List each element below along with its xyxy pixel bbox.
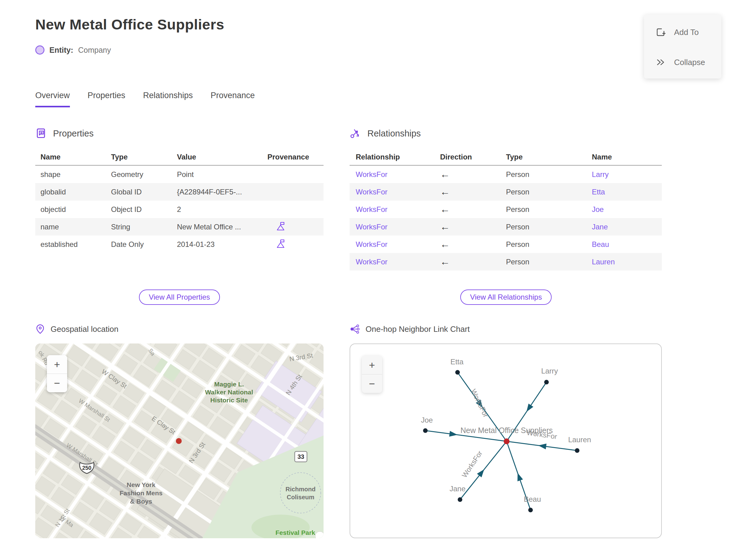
geospatial-section-title: Geospatial location [51,324,118,334]
entity-link[interactable]: Etta [592,188,662,196]
direction-arrow: ← [440,186,506,198]
poi-label: Historic Site [210,397,248,404]
chart-zoom-control: + − [362,356,382,393]
col-relationship: Relationship [356,153,440,161]
one-hop-link-chart[interactable]: WorksForWorksForWorksForEttaLarryJoeLaur… [350,343,662,538]
map-zoom-control: + − [47,355,67,392]
person-node[interactable] [575,448,580,453]
person-node[interactable] [455,370,460,375]
table-row: WorksFor ← Person Beau [350,236,662,253]
zoom-out-button[interactable]: − [47,374,67,392]
tab-properties[interactable]: Properties [88,91,125,107]
tab-overview[interactable]: Overview [35,91,70,107]
relationship-link[interactable]: WorksFor [356,240,440,249]
link-chart-icon [350,324,360,334]
poi-label: Richmond [286,486,316,493]
provenance-flag-icon[interactable] [276,221,285,231]
collapse-button[interactable]: Collapse [655,54,721,71]
zoom-in-button[interactable]: + [362,356,382,374]
center-node[interactable] [504,439,510,444]
col-name: Name [592,153,662,161]
edge-label: WorksFor [470,388,490,419]
relationship-link[interactable]: WorksFor [356,205,440,214]
collapse-label: Collapse [674,58,705,67]
direction-arrow: ← [440,221,506,232]
edge-arrowhead [527,404,533,412]
relationship-link[interactable]: WorksFor [356,188,440,196]
poi-label: Festival Park [275,529,315,536]
entity-link[interactable]: Joe [592,205,662,214]
relationship-link[interactable]: WorksFor [356,258,440,266]
relationships-table-header: Relationship Direction Type Name [350,149,662,166]
direction-arrow: ← [440,169,506,180]
person-node[interactable] [423,428,428,433]
add-to-label: Add To [674,28,699,37]
zoom-out-button[interactable]: − [362,374,382,393]
entity-link[interactable]: Jane [592,223,662,231]
node-label: Jane [450,485,466,493]
entity-link[interactable]: Beau [592,240,662,249]
direction-arrow: ← [440,204,506,215]
geospatial-map[interactable]: W Clay St W Marshall St W Marshall St W … [35,343,324,538]
add-to-icon [655,27,666,38]
table-row: shape Geometry Point [35,166,324,183]
entity-type-icon [35,45,44,55]
linkchart-section-header: One-hop Neighbor Link Chart [350,324,470,334]
person-node[interactable] [458,497,462,502]
add-to-button[interactable]: Add To [655,24,721,40]
chevrons-right-icon [655,57,666,68]
entity-label: Entity: [49,46,73,55]
relationship-link[interactable]: WorksFor [356,170,440,179]
edge-arrowhead [449,431,458,437]
poi-label: Fashion Mens [120,489,163,497]
map-canvas[interactable]: W Clay St W Marshall St W Marshall St W … [35,343,324,538]
actions-popover: Add To Collapse [644,15,721,79]
location-marker[interactable] [176,438,182,444]
geospatial-section-header: Geospatial location [35,324,118,334]
properties-table-header: Name Type Value Provenance [35,149,324,166]
person-node[interactable] [544,380,549,385]
table-row: established Date Only 2014-01-23 [35,236,324,253]
table-row: WorksFor ← Person Etta [350,183,662,201]
poi-label: Maggie L. [214,381,244,388]
table-row: WorksFor ← Person Lauren [350,253,662,270]
svg-text:250: 250 [82,465,91,471]
entity-link[interactable]: Lauren [592,258,662,266]
relationships-section-title: Relationships [367,128,421,139]
tab-relationships[interactable]: Relationships [143,91,193,107]
entity-link[interactable]: Larry [592,170,662,179]
entity-type-row: Entity: Company [35,45,111,55]
properties-section-header: Properties [35,128,94,139]
page-title: New Metal Office Suppliers [35,16,224,33]
zoom-in-button[interactable]: + [47,355,67,374]
link-chart-canvas[interactable]: WorksForWorksForWorksForEttaLarryJoeLaur… [350,344,661,538]
linkchart-section-title: One-hop Neighbor Link Chart [366,324,470,334]
center-node-label: New Metal Office Suppliers [460,426,553,435]
edge-arrowhead [517,473,523,481]
table-row: WorksFor ← Person Joe [350,201,662,218]
col-name: Name [40,153,111,161]
properties-icon [35,128,47,139]
view-all-relationships-button[interactable]: View All Relationships [460,290,552,305]
relationship-link[interactable]: WorksFor [356,223,440,231]
poi-label: Walker National [205,389,253,396]
node-label: Larry [541,367,558,375]
col-provenance: Provenance [267,153,324,161]
properties-section-title: Properties [53,128,94,139]
relationships-table: Relationship Direction Type Name WorksFo… [350,149,662,270]
relationships-icon [350,128,361,139]
poi-label: Coliseum [287,494,314,501]
col-value: Value [177,153,267,161]
provenance-flag-icon[interactable] [276,239,285,248]
view-all-properties-button[interactable]: View All Properties [139,290,220,305]
direction-arrow: ← [440,239,506,250]
poi-label: New York [127,481,155,488]
direction-arrow: ← [440,256,506,267]
tab-provenance[interactable]: Provenance [211,91,255,107]
col-type: Type [506,153,592,161]
route-shield-33: 33 [295,451,307,462]
relationships-section-header: Relationships [350,128,421,139]
edge-arrowhead [538,443,546,449]
tab-bar: Overview Properties Relationships Proven… [35,91,255,107]
person-node[interactable] [528,508,533,512]
